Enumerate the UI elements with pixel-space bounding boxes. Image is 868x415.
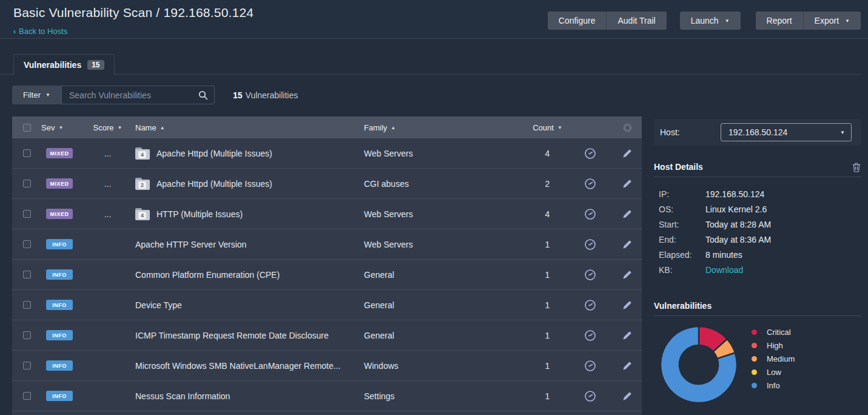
- count-cell: 4: [528, 209, 567, 219]
- host-label: Host:: [660, 127, 680, 137]
- column-header-name[interactable]: Name▲: [124, 123, 358, 132]
- family-cell: Web Servers: [358, 240, 528, 249]
- table-row[interactable]: MIXED...4HTTP (Multiple Issues)Web Serve…: [12, 199, 642, 229]
- edit-pencil-icon[interactable]: [613, 300, 642, 311]
- vulnerability-name: Apache HTTP Server Version: [135, 240, 246, 249]
- severity-badge: INFO: [46, 239, 73, 249]
- table-row[interactable]: INFOApache HTTP Server VersionWeb Server…: [12, 229, 642, 260]
- tab-label: Vulnerabilities: [24, 60, 81, 70]
- edit-pencil-icon[interactable]: [613, 209, 642, 220]
- vulnerabilities-table: Sev▼ Score▼ Name▲ Family▲ Count▼ MIXED..…: [12, 116, 642, 415]
- table-row[interactable]: INFOCommon Platform Enumeration (CPE)Gen…: [12, 260, 642, 290]
- detail-value: 192.168.50.124: [705, 189, 764, 199]
- recast-clock-icon[interactable]: [567, 329, 613, 342]
- edit-pencil-icon[interactable]: [613, 360, 642, 371]
- detail-value: Linux Kernel 2.6: [705, 204, 767, 214]
- column-header-sev[interactable]: Sev▼: [41, 123, 91, 132]
- row-checkbox[interactable]: [23, 149, 31, 157]
- recast-clock-icon[interactable]: [567, 238, 613, 251]
- edit-pencil-icon[interactable]: [613, 330, 642, 341]
- table-row[interactable]: MIXED...2Apache Httpd (Multiple Issues)C…: [12, 169, 642, 199]
- plugin-group-folder-icon: 4: [135, 208, 150, 220]
- severity-badge: INFO: [46, 391, 73, 401]
- score-cell: ...: [91, 179, 124, 189]
- row-checkbox[interactable]: [23, 271, 31, 278]
- launch-button[interactable]: Launch ▼: [680, 12, 741, 30]
- row-checkbox[interactable]: [23, 180, 31, 187]
- edit-pencil-icon[interactable]: [613, 148, 642, 159]
- vulnerabilities-section-title: Vulnerabilities: [654, 301, 712, 311]
- host-detail-row: Start:Today at 8:28 AM: [659, 217, 859, 232]
- table-row[interactable]: INFONessus Scan InformationSettings1: [12, 381, 642, 411]
- row-checkbox[interactable]: [23, 301, 31, 309]
- recast-clock-icon[interactable]: [567, 390, 613, 403]
- column-header-count[interactable]: Count▼: [528, 123, 567, 132]
- edit-pencil-icon[interactable]: [613, 178, 642, 189]
- host-detail-row: IP:192.168.50.124: [659, 186, 859, 201]
- section-divider: [654, 177, 861, 177]
- table-row[interactable]: INFODevice TypeGeneral1: [12, 290, 642, 320]
- detail-value: 8 minutes: [705, 250, 742, 260]
- recast-clock-icon[interactable]: [567, 359, 613, 373]
- table-row[interactable]: INFOICMP Timestamp Request Remote Date D…: [12, 320, 642, 351]
- recast-clock-icon[interactable]: [567, 208, 613, 221]
- kb-download-link[interactable]: Download: [705, 265, 743, 275]
- configure-audit-group: Configure Audit Trail: [548, 12, 667, 30]
- recast-clock-icon[interactable]: [567, 268, 613, 282]
- row-checkbox[interactable]: [23, 210, 31, 218]
- export-button[interactable]: Export ▼: [803, 12, 861, 30]
- audit-trail-button[interactable]: Audit Trail: [606, 12, 666, 30]
- row-checkbox[interactable]: [23, 392, 31, 400]
- sort-asc-icon: ▲: [391, 125, 395, 130]
- nessus-scan-page: Basic Vulnerability Scan / 192.168.50.12…: [0, 0, 868, 415]
- table-settings-gear-icon[interactable]: [613, 122, 642, 133]
- legend-dot-icon: [752, 343, 757, 348]
- tab-vulnerabilities[interactable]: Vulnerabilities 15: [13, 54, 115, 75]
- severity-badge: MIXED: [46, 209, 73, 219]
- report-button[interactable]: Report: [756, 12, 803, 30]
- table-row[interactable]: MIXED...4Apache Httpd (Multiple Issues)W…: [12, 138, 642, 169]
- count-cell: 1: [528, 361, 567, 371]
- table-row[interactable]: INFOMicrosoft Windows SMB NativeLanManag…: [12, 351, 642, 381]
- configure-button[interactable]: Configure: [548, 12, 607, 30]
- chevron-down-icon: ▼: [840, 130, 845, 135]
- row-checkbox[interactable]: [23, 331, 31, 339]
- chevron-down-icon: ▼: [845, 18, 850, 24]
- recast-clock-icon[interactable]: [567, 177, 613, 191]
- back-to-hosts-link[interactable]: ‹ Back to Hosts: [13, 27, 67, 36]
- search-input[interactable]: Search Vulnerabilities: [61, 86, 215, 104]
- sort-asc-icon: ▲: [160, 125, 165, 130]
- table-body: MIXED...4Apache Httpd (Multiple Issues)W…: [12, 138, 642, 411]
- column-header-family[interactable]: Family▲: [358, 123, 528, 132]
- select-all-checkbox[interactable]: [23, 124, 31, 132]
- edit-pencil-icon[interactable]: [613, 239, 642, 250]
- recast-clock-icon[interactable]: [567, 147, 613, 160]
- host-selector-box: Host: 192.168.50.124 ▼: [654, 119, 861, 146]
- recast-clock-icon[interactable]: [567, 299, 613, 312]
- tabbar-divider: [0, 74, 861, 75]
- row-checkbox[interactable]: [23, 240, 31, 248]
- table-header: Sev▼ Score▼ Name▲ Family▲ Count▼: [12, 116, 642, 138]
- trash-icon[interactable]: [852, 163, 861, 175]
- topbar-actions: Configure Audit Trail Launch ▼ Report Ex…: [548, 12, 861, 30]
- search-icon[interactable]: [198, 90, 208, 100]
- count-cell: 1: [528, 270, 567, 280]
- result-count: 15Vulnerabilities: [233, 90, 298, 100]
- vulnerability-name: Common Platform Enumeration (CPE): [135, 270, 280, 280]
- chart-legend: CriticalHighMediumLowInfo: [752, 328, 795, 390]
- host-select[interactable]: 192.168.50.124 ▼: [721, 123, 852, 141]
- detail-label: OS:: [659, 204, 705, 214]
- family-cell: Settings: [358, 391, 528, 401]
- filter-button[interactable]: Filter ▼: [12, 86, 61, 104]
- vulnerability-name: ICMP Timestamp Request Remote Date Discl…: [135, 331, 329, 340]
- vulnerability-name: Apache Httpd (Multiple Issues): [156, 149, 272, 158]
- vulnerability-name: HTTP (Multiple Issues): [156, 209, 243, 219]
- severity-badge: MIXED: [46, 148, 73, 158]
- host-select-value: 192.168.50.124: [728, 127, 787, 137]
- row-checkbox[interactable]: [23, 362, 31, 369]
- column-header-score[interactable]: Score▼: [91, 123, 124, 132]
- edit-pencil-icon[interactable]: [613, 391, 642, 402]
- edit-pencil-icon[interactable]: [613, 269, 642, 280]
- host-detail-row: KB:Download: [659, 262, 859, 277]
- legend-dot-icon: [752, 369, 757, 375]
